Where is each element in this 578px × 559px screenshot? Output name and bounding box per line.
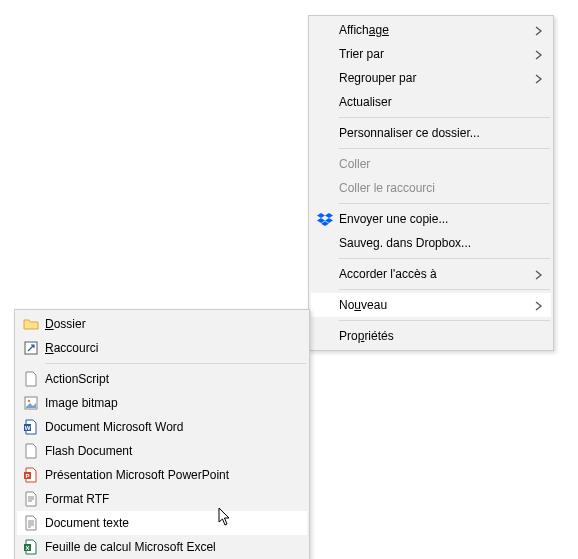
submenu-item-document-texte[interactable]: Document texte bbox=[17, 511, 307, 535]
menu-item-coller: Coller bbox=[311, 152, 551, 176]
separator bbox=[339, 289, 550, 290]
submenu-item-flash-doc[interactable]: Flash Document bbox=[17, 439, 307, 463]
svg-marker-0 bbox=[317, 213, 325, 218]
separator bbox=[339, 320, 550, 321]
svg-point-7 bbox=[28, 400, 30, 402]
submenu-item-dossier[interactable]: Dossier bbox=[17, 312, 307, 336]
submenu-item-doc-word[interactable]: W Document Microsoft Word bbox=[17, 415, 307, 439]
chevron-right-icon bbox=[535, 25, 543, 35]
separator bbox=[339, 258, 550, 259]
label-feuille-excel: Feuille de calcul Microsoft Excel bbox=[45, 540, 277, 554]
label-document-texte: Document texte bbox=[45, 516, 277, 530]
label-proprietes: Propriétés bbox=[339, 329, 521, 343]
submenu-item-image-bitmap[interactable]: Image bitmap bbox=[17, 391, 307, 415]
svg-text:X: X bbox=[25, 545, 29, 551]
label-nouveau: Nouveau bbox=[339, 298, 521, 312]
document-icon bbox=[17, 491, 45, 507]
label-format-rtf: Format RTF bbox=[45, 492, 277, 506]
menu-item-regrouper-par[interactable]: Regrouper par bbox=[311, 66, 551, 90]
context-menu-nouveau: Dossier Raccourci ActionScript Image bit… bbox=[14, 309, 310, 559]
label-accorder-acces: Accorder l'accès à bbox=[339, 267, 521, 281]
label-coller-raccourci: Coller le raccourci bbox=[339, 181, 521, 195]
label-image-bitmap: Image bitmap bbox=[45, 396, 277, 410]
document-icon bbox=[17, 443, 45, 459]
svg-marker-1 bbox=[325, 213, 333, 218]
separator bbox=[339, 148, 550, 149]
label-trier: Trier par bbox=[339, 47, 521, 61]
separator bbox=[339, 117, 550, 118]
label-actionscript: ActionScript bbox=[45, 372, 277, 386]
submenu-item-presentation-ppt[interactable]: P Présentation Microsoft PowerPoint bbox=[17, 463, 307, 487]
context-menu-main: Affichage Trier par Regrouper par Actual… bbox=[308, 15, 554, 351]
excel-icon: X bbox=[17, 539, 45, 555]
menu-item-sauveg-dropbox[interactable]: Sauveg. dans Dropbox... bbox=[311, 231, 551, 255]
folder-icon bbox=[17, 316, 45, 332]
separator bbox=[339, 203, 550, 204]
chevron-right-icon bbox=[535, 300, 543, 310]
label-flash-doc: Flash Document bbox=[45, 444, 277, 458]
dropbox-icon bbox=[311, 211, 339, 227]
menu-item-envoyer-copie[interactable]: Envoyer une copie... bbox=[311, 207, 551, 231]
svg-text:W: W bbox=[25, 425, 31, 431]
label-doc-word: Document Microsoft Word bbox=[45, 420, 277, 434]
shortcut-icon bbox=[17, 340, 45, 356]
menu-item-coller-raccourci: Coller le raccourci bbox=[311, 176, 551, 200]
text-document-icon bbox=[17, 515, 45, 531]
document-icon bbox=[17, 371, 45, 387]
svg-text:P: P bbox=[25, 473, 29, 479]
powerpoint-icon: P bbox=[17, 467, 45, 483]
label-presentation-ppt: Présentation Microsoft PowerPoint bbox=[45, 468, 277, 482]
label-actualiser: Actualiser bbox=[339, 95, 521, 109]
menu-item-personnaliser[interactable]: Personnaliser ce dossier... bbox=[311, 121, 551, 145]
word-icon: W bbox=[17, 419, 45, 435]
chevron-right-icon bbox=[535, 49, 543, 59]
submenu-item-format-rtf[interactable]: Format RTF bbox=[17, 487, 307, 511]
menu-item-affichage[interactable]: Affichage bbox=[311, 18, 551, 42]
menu-item-accorder-acces[interactable]: Accorder l'accès à bbox=[311, 262, 551, 286]
submenu-item-feuille-excel[interactable]: X Feuille de calcul Microsoft Excel bbox=[17, 535, 307, 559]
label-personnaliser: Personnaliser ce dossier... bbox=[339, 126, 521, 140]
label-affichage: Affichage bbox=[339, 23, 521, 37]
label-dossier: Dossier bbox=[45, 317, 277, 331]
menu-item-trier-par[interactable]: Trier par bbox=[311, 42, 551, 66]
submenu-item-actionscript[interactable]: ActionScript bbox=[17, 367, 307, 391]
label-coller: Coller bbox=[339, 157, 521, 171]
chevron-right-icon bbox=[535, 73, 543, 83]
menu-item-nouveau[interactable]: Nouveau bbox=[311, 293, 551, 317]
chevron-right-icon bbox=[535, 269, 543, 279]
label-regrouper: Regrouper par bbox=[339, 71, 521, 85]
image-icon bbox=[17, 395, 45, 411]
label-envoyer-copie: Envoyer une copie... bbox=[339, 212, 521, 226]
menu-item-proprietes[interactable]: Propriétés bbox=[311, 324, 551, 348]
label-sauveg-dropbox: Sauveg. dans Dropbox... bbox=[339, 236, 521, 250]
label-raccourci: Raccourci bbox=[45, 341, 277, 355]
menu-item-actualiser[interactable]: Actualiser bbox=[311, 90, 551, 114]
separator bbox=[45, 363, 306, 364]
submenu-item-raccourci[interactable]: Raccourci bbox=[17, 336, 307, 360]
